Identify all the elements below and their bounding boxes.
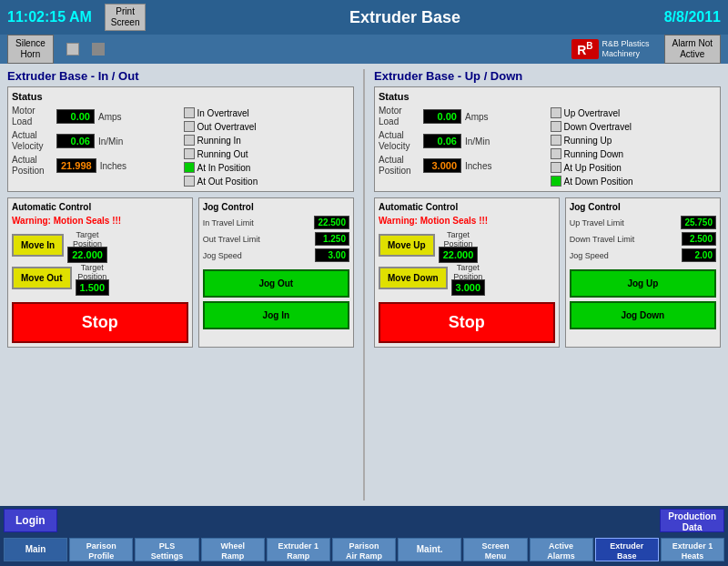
left-control-section: Automatic Control Warning: Motion Seals … [7,197,354,348]
bottom-nav-top: Login Production Data [0,506,728,535]
move-out-button[interactable]: Move Out [12,267,72,289]
move-up-button[interactable]: Move Up [379,234,435,257]
move-in-button[interactable]: Move In [12,234,64,257]
actual-position-value-left: 21.998 [56,158,96,173]
left-status-title: Status [12,91,349,102]
actual-velocity-unit-left: In/Min [98,136,123,147]
right-control-section: Automatic Control Warning: Motion Seals … [374,197,721,348]
sub-header: Silence Horn RB R&B Plastics Machinery A… [0,35,728,64]
nav-extruder-base-button[interactable]: Extruder Base [595,538,659,561]
actual-position-value-right: 3.000 [423,158,461,173]
jog-down-button[interactable]: Jog Down [570,301,716,329]
login-button[interactable]: Login [4,509,57,532]
actual-position-unit-right: Inches [465,161,491,171]
nav-wheel-ramp-button[interactable]: Wheel Ramp [201,538,265,561]
nav-extruder1-ramp-button[interactable]: Extruder 1 Ramp [267,538,330,561]
actual-position-unit-left: Inches [100,161,126,171]
top-bar: 11:02:15 AM Print Screen Extruder Base 8… [0,0,728,35]
move-down-button[interactable]: Move Down [379,267,448,289]
right-status-box: Status Motor Load 0.00 Amps Actual Veloc… [374,86,721,192]
motor-load-value-right: 0.00 [423,109,461,124]
left-auto-control: Automatic Control Warning: Motion Seals … [7,197,193,348]
bottom-nav: Login Production Data Main Parison Profi… [0,506,728,566]
time-display: 11:02:15 AM [7,9,92,25]
move-in-value: 22.000 [67,247,107,263]
date-display: 8/8/2011 [664,9,721,25]
panel-divider [363,69,365,500]
company-name: R&B Plastics Machinery [602,39,650,59]
actual-position-label-right: Actual Position [379,155,420,177]
left-jog-control: Jog Control In Travel Limit 22.500 Out T… [198,197,354,348]
nav-pls-settings-button[interactable]: PLS Settings [135,538,198,561]
up-travel-value: 25.750 [681,216,716,229]
out-travel-value: 1.250 [315,232,349,246]
silence-horn-button[interactable]: Silence Horn [7,35,54,64]
status-indicator-2 [92,43,105,56]
jog-speed-label-right: Jog Speed [570,251,678,260]
right-panel: Extruder Base - Up / Down Status Motor L… [374,69,721,500]
nav-active-alarms-button[interactable]: Active Alarms [530,538,593,561]
down-travel-value: 2.500 [682,232,716,246]
move-out-value: 1.500 [76,279,110,296]
left-panel: Extruder Base - In / Out Status Motor Lo… [7,69,354,500]
alarm-status: Alarm Not Active [664,35,721,64]
rb-logo: RB [571,39,598,59]
right-status-checkboxes: Up Overtravel Down Overtravel Running Up… [551,106,717,187]
left-panel-title: Extruder Base - In / Out [7,69,354,83]
nav-screen-menu-button[interactable]: Screen Menu [463,538,527,561]
up-travel-label: Up Travel Limit [570,218,678,227]
jog-out-button[interactable]: Jog Out [203,269,349,298]
print-screen-button[interactable]: Print Screen [105,4,147,31]
status-indicator-1 [66,43,79,56]
jog-speed-value-right: 2.00 [682,248,716,262]
right-stop-button[interactable]: Stop [379,302,555,343]
right-panel-title: Extruder Base - Up / Down [374,69,721,83]
logo-area: RB R&B Plastics Machinery [571,39,649,59]
left-stop-button[interactable]: Stop [12,302,188,343]
motor-load-unit-left: Amps [98,112,122,122]
nav-extruder1-heats-button[interactable]: Extruder 1 Heats [661,538,724,561]
jog-in-button[interactable]: Jog In [203,301,349,329]
nav-parison-air-ramp-button[interactable]: Parison Air Ramp [332,538,396,561]
move-down-value: 3.000 [451,279,486,296]
production-data-button[interactable]: Production Data [660,509,724,532]
actual-velocity-value-left: 0.06 [56,134,95,148]
motor-load-label-left: Motor Load [12,106,53,127]
page-title: Extruder Base [349,8,460,27]
actual-velocity-value-right: 0.06 [423,134,461,148]
actual-velocity-label-right: Actual Velocity [379,130,420,152]
right-warning: Warning: Motion Seals !!! [379,216,555,226]
in-travel-label: In Travel Limit [203,218,311,227]
left-jog-title: Jog Control [203,202,349,212]
actual-position-label-left: Actual Position [12,155,53,177]
right-jog-title: Jog Control [570,202,716,212]
out-travel-label: Out Travel Limit [203,235,311,244]
nav-main-button[interactable]: Main [4,538,67,561]
motor-load-unit-right: Amps [465,112,489,122]
left-status-checkboxes: In Overtravel Out Overtravel Running In … [184,106,350,187]
right-auto-control: Automatic Control Warning: Motion Seals … [374,197,560,348]
right-jog-control: Jog Control Up Travel Limit 25.750 Down … [565,197,721,348]
jog-speed-value-left: 3.00 [315,248,349,262]
jog-up-button[interactable]: Jog Up [570,269,716,298]
move-up-value: 22.000 [439,247,479,263]
nav-maint-button[interactable]: Maint. [398,538,461,561]
right-auto-title: Automatic Control [379,202,555,212]
right-status-title: Status [379,91,716,102]
motor-load-label-right: Motor Load [379,106,420,127]
down-travel-label: Down Travel Limit [570,235,678,244]
nav-parison-profile-button[interactable]: Parison Profile [69,538,133,561]
left-auto-title: Automatic Control [12,202,188,212]
motor-load-value-left: 0.00 [56,109,95,124]
in-travel-value: 22.500 [314,216,349,229]
left-warning: Warning: Motion Seals !!! [12,216,188,226]
actual-velocity-unit-right: In/Min [465,136,490,147]
jog-speed-label-left: Jog Speed [203,251,311,260]
bottom-nav-bottom: Main Parison Profile PLS Settings Wheel … [0,535,728,564]
actual-velocity-label-left: Actual Velocity [12,130,53,152]
left-status-box: Status Motor Load 0.00 Amps Actual Veloc… [7,86,354,192]
main-content: Extruder Base - In / Out Status Motor Lo… [0,64,728,506]
